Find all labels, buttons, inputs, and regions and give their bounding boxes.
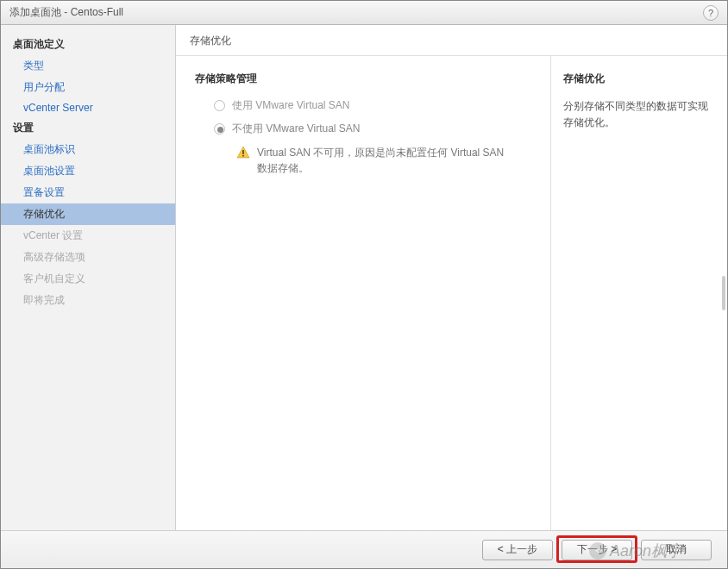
sidebar-item-ready-complete: 即将完成 bbox=[1, 290, 175, 311]
storage-policy-heading: 存储策略管理 bbox=[195, 72, 531, 86]
sidebar-item-storage-optimization[interactable]: 存储优化 bbox=[1, 203, 175, 225]
sidebar-item-pool-id[interactable]: 桌面池标识 bbox=[1, 139, 175, 160]
sidebar-item-pool-settings[interactable]: 桌面池设置 bbox=[1, 160, 175, 182]
dialog-title: 添加桌面池 - Centos-Full bbox=[9, 5, 703, 20]
sidebar-item-guest-customization: 客户机自定义 bbox=[1, 268, 175, 290]
radio-icon bbox=[214, 100, 225, 111]
wizard-dialog: 添加桌面池 - Centos-Full ? 桌面池定义 类型 用户分配 vCen… bbox=[0, 0, 728, 569]
info-description: 分别存储不同类型的数据可实现存储优化。 bbox=[563, 98, 715, 131]
warning-text: Virtual SAN 不可用，原因是尚未配置任何 Virtual SAN 数据… bbox=[257, 145, 507, 176]
svg-rect-1 bbox=[242, 150, 244, 154]
footer: < 上一步 下一步 > 取消 bbox=[1, 530, 727, 568]
sidebar-item-user-assignment[interactable]: 用户分配 bbox=[1, 77, 175, 98]
titlebar: 添加桌面池 - Centos-Full ? bbox=[1, 1, 727, 25]
main-columns: 存储策略管理 使用 VMware Virtual SAN 不使用 VMware … bbox=[176, 56, 727, 530]
sidebar-item-vcenter-server[interactable]: vCenter Server bbox=[1, 98, 175, 117]
main-panel: 存储优化 存储策略管理 使用 VMware Virtual SAN 不使用 VM… bbox=[176, 25, 727, 530]
radio-no-vsan[interactable]: 不使用 VMware Virtual SAN bbox=[214, 122, 531, 136]
wizard-sidebar: 桌面池定义 类型 用户分配 vCenter Server 设置 桌面池标识 桌面… bbox=[1, 25, 176, 530]
vsan-warning: Virtual SAN 不可用，原因是尚未配置任何 Virtual SAN 数据… bbox=[236, 145, 531, 176]
sidebar-item-vcenter-settings: vCenter 设置 bbox=[1, 225, 175, 247]
scroll-indicator[interactable] bbox=[722, 276, 725, 310]
help-icon[interactable]: ? bbox=[703, 5, 719, 21]
next-button[interactable]: 下一步 > bbox=[562, 540, 632, 560]
radio-use-vsan[interactable]: 使用 VMware Virtual SAN bbox=[214, 98, 531, 113]
radio-label-no-vsan: 不使用 VMware Virtual SAN bbox=[232, 122, 360, 136]
sidebar-item-provisioning[interactable]: 置备设置 bbox=[1, 182, 175, 203]
sidebar-item-type[interactable]: 类型 bbox=[1, 55, 175, 77]
sidebar-heading-definition: 桌面池定义 bbox=[1, 34, 175, 55]
center-panel: 存储策略管理 使用 VMware Virtual SAN 不使用 VMware … bbox=[176, 56, 550, 530]
svg-rect-2 bbox=[242, 155, 244, 157]
info-panel: 存储优化 分别存储不同类型的数据可实现存储优化。 bbox=[550, 56, 727, 530]
cancel-button[interactable]: 取消 bbox=[641, 540, 712, 560]
sidebar-heading-settings: 设置 bbox=[1, 117, 175, 139]
radio-icon bbox=[214, 123, 225, 134]
page-title: 存储优化 bbox=[176, 25, 727, 56]
warning-icon bbox=[236, 146, 250, 159]
prev-button[interactable]: < 上一步 bbox=[482, 540, 553, 560]
radio-label-use-vsan: 使用 VMware Virtual SAN bbox=[232, 98, 349, 113]
sidebar-item-advanced-storage: 高级存储选项 bbox=[1, 247, 175, 268]
info-heading: 存储优化 bbox=[563, 72, 715, 86]
body-area: 桌面池定义 类型 用户分配 vCenter Server 设置 桌面池标识 桌面… bbox=[1, 25, 727, 530]
